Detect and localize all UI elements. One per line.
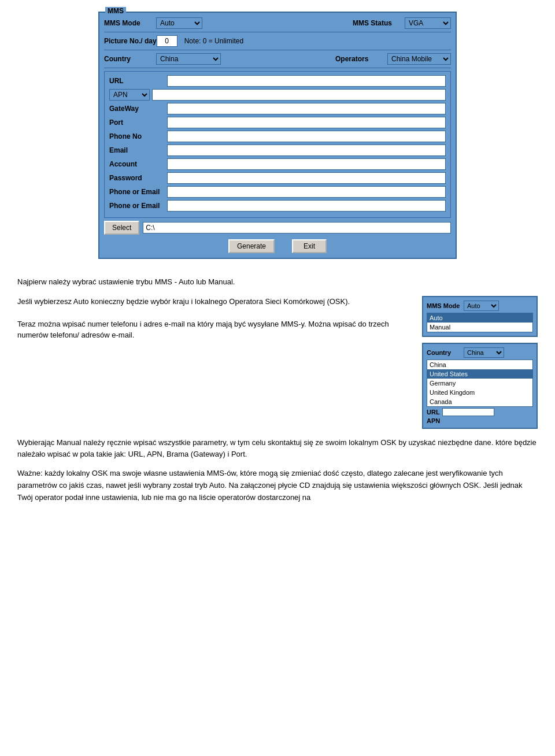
email-row: Email xyxy=(109,144,446,156)
bottom-buttons: Generate Exit xyxy=(104,239,451,253)
account-label: Account xyxy=(109,160,167,168)
picture-label: Picture No./ day xyxy=(104,37,157,45)
gateway-row: GateWay xyxy=(109,103,446,114)
mini-url-field xyxy=(442,408,494,416)
picture-input[interactable] xyxy=(157,35,177,47)
country-label: Country xyxy=(104,55,156,63)
apn-input[interactable] xyxy=(152,89,446,101)
operators-select[interactable]: China Mobile China Unicom xyxy=(387,53,451,65)
select-row: Select xyxy=(104,221,451,235)
country-select[interactable]: China United States Germany United Kingd… xyxy=(156,53,221,65)
mms-panel-wrapper: MMS MMS Mode Auto Manual MMS Status VGA … xyxy=(0,0,555,265)
path-input[interactable] xyxy=(143,222,451,234)
phone-input[interactable] xyxy=(167,131,446,142)
phone-label: Phone No xyxy=(109,132,167,140)
apn-row: APN WAP xyxy=(109,89,446,101)
mini-url-label: URL xyxy=(427,409,440,416)
gateway-label: GateWay xyxy=(109,105,167,113)
mms-status-label: MMS Status xyxy=(353,19,405,27)
port-input[interactable] xyxy=(167,117,446,128)
country-option-uk[interactable]: United Kingdom xyxy=(427,388,532,397)
desc-p2-body: Teraz można wpisać numer telefonu i adre… xyxy=(17,318,410,341)
desc-p2-title: Jeśli wybierzesz Auto konieczny będzie w… xyxy=(17,296,410,307)
select-button[interactable]: Select xyxy=(104,221,139,235)
password-label: Password xyxy=(109,174,167,182)
mms-status-select[interactable]: VGA QVGA xyxy=(405,17,451,29)
country-option-us[interactable]: United States xyxy=(427,369,532,379)
url-label: URL xyxy=(109,77,167,85)
mini-mode-box: MMS Mode Auto Manual Auto Manual xyxy=(422,296,538,337)
fields-section: URL APN WAP GateWay Port xyxy=(104,71,451,218)
apn-select[interactable]: APN WAP xyxy=(109,89,150,101)
desc-p1: Najpierw należy wybrać ustawienie trybu … xyxy=(17,276,538,288)
email-input[interactable] xyxy=(167,144,446,156)
mini-mode-panel: MMS Mode Auto Manual Auto Manual Country… xyxy=(422,296,538,429)
phone-email2-label: Phone or Email xyxy=(109,202,167,210)
picture-row: Picture No./ day Note: 0 = Unlimited xyxy=(104,35,451,47)
mini-mode-row: MMS Mode Auto Manual xyxy=(427,301,533,311)
desc-p4: Ważne: każdy lokalny OSK ma swoje własne… xyxy=(17,468,538,503)
port-label: Port xyxy=(109,118,167,127)
mini-mode-select[interactable]: Auto Manual xyxy=(464,301,499,311)
account-input[interactable] xyxy=(167,158,446,170)
country-option-germany[interactable]: Germany xyxy=(427,379,532,388)
country-option-canada[interactable]: Canada xyxy=(427,397,532,406)
phone-row: Phone No xyxy=(109,131,446,142)
note-text: Note: 0 = Unlimited xyxy=(184,37,243,45)
mini-mode-label: MMS Mode xyxy=(427,302,461,309)
country-option-china[interactable]: China xyxy=(427,360,532,369)
mini-country-panel: Country China China United States German… xyxy=(422,343,538,429)
inline-text-1: Jeśli wybierzesz Auto konieczny będzie w… xyxy=(17,296,410,341)
desc-p3: Wybierając Manual należy ręcznie wpisać … xyxy=(17,437,538,461)
mini-country-row: Country China xyxy=(427,347,533,358)
port-row: Port xyxy=(109,117,446,128)
mms-mode-row: MMS Mode Auto Manual MMS Status VGA QVGA xyxy=(104,17,451,29)
phone-email1-row: Phone or Email xyxy=(109,186,446,198)
phone-email2-input[interactable] xyxy=(167,200,446,212)
account-row: Account xyxy=(109,158,446,170)
password-row: Password xyxy=(109,172,446,184)
exit-button[interactable]: Exit xyxy=(292,239,327,253)
mini-country-label: Country xyxy=(427,349,461,356)
operators-label: Operators xyxy=(335,55,387,63)
mini-mode-dropdown: Auto Manual xyxy=(427,313,533,332)
mini-apn-row: APN xyxy=(427,417,533,424)
mini-apn-label: APN xyxy=(427,417,440,424)
mms-mode-label: MMS Mode xyxy=(104,19,156,27)
mini-country-select[interactable]: China xyxy=(464,347,504,358)
email-label: Email xyxy=(109,146,167,154)
mini-url-row: URL xyxy=(427,408,533,416)
mms-panel-title: MMS xyxy=(105,7,126,15)
phone-email1-input[interactable] xyxy=(167,186,446,198)
mini-country-dropdown: China United States Germany United Kingd… xyxy=(427,360,533,407)
mini-mode-option-auto[interactable]: Auto xyxy=(427,313,532,323)
phone-email1-label: Phone or Email xyxy=(109,188,167,196)
mms-mode-select[interactable]: Auto Manual xyxy=(156,17,202,29)
password-input[interactable] xyxy=(167,172,446,184)
description-area: Najpierw należy wybrać ustawienie trybu … xyxy=(0,265,555,516)
phone-email2-row: Phone or Email xyxy=(109,200,446,212)
generate-button[interactable]: Generate xyxy=(228,239,275,253)
inline-area-1: Jeśli wybierzesz Auto konieczny będzie w… xyxy=(17,296,538,429)
country-row: Country China United States Germany Unit… xyxy=(104,53,451,65)
mini-mode-option-manual[interactable]: Manual xyxy=(427,323,532,332)
url-input[interactable] xyxy=(167,75,446,87)
gateway-input[interactable] xyxy=(167,103,446,114)
mms-panel: MMS MMS Mode Auto Manual MMS Status VGA … xyxy=(98,12,457,259)
url-row: URL xyxy=(109,75,446,87)
